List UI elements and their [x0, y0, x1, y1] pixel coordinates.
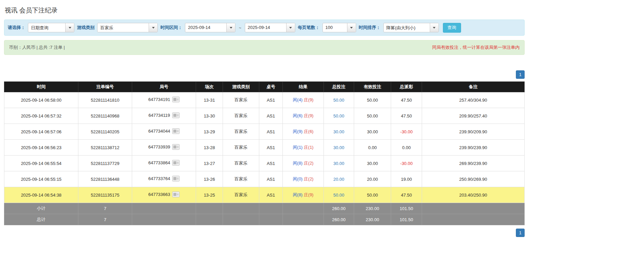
date-from-select[interactable]: 2025-09-14	[185, 23, 235, 32]
result-banker: 庄(1)	[304, 145, 313, 150]
round-video-icon[interactable]	[172, 112, 180, 119]
page-title: 视讯 会员下注纪录	[5, 6, 525, 15]
total-bet-link[interactable]: 30.00	[333, 129, 344, 134]
search-button[interactable]: 查询	[443, 23, 461, 33]
round-id: 647733764	[148, 176, 170, 181]
chevron-down-button[interactable]	[347, 23, 356, 32]
page-size-select[interactable]: 100	[323, 23, 356, 32]
cell-valid-bet: 30.00	[354, 124, 391, 140]
table-row: 2025-09-14 06:56:23 522811138712 6477339…	[4, 140, 525, 156]
cell-table: AS1	[259, 92, 283, 108]
pagination-top: 1	[4, 70, 525, 79]
round-id: 647733864	[148, 160, 170, 165]
currency-summary-text: 币别：人民币 | 总共 :7 注单 |	[9, 44, 65, 50]
cell-round: 647734044	[132, 124, 196, 140]
result-player: 闲(9)	[293, 129, 303, 134]
cell-game: 百家乐	[223, 187, 259, 203]
result-banker: 庄(9)	[304, 113, 313, 118]
chevron-down-button[interactable]	[286, 23, 295, 32]
cell-round: 647734119	[132, 108, 196, 124]
header-valid-bet: 有效投注	[354, 82, 391, 92]
page-1-button[interactable]: 1	[516, 229, 525, 237]
cell-bet-id: 522811140205	[78, 124, 132, 140]
header-round: 局号	[132, 82, 196, 92]
subtotal-label: 小计	[4, 203, 78, 214]
round-id: 647734119	[148, 113, 170, 118]
sort-order-select[interactable]: 降冪(由大到小)	[383, 23, 439, 32]
cell-valid-bet: 30.00	[354, 156, 391, 171]
round-video-icon[interactable]	[172, 144, 180, 151]
date-to-select[interactable]: 2025-09-14	[245, 23, 295, 32]
table-row: 2025-09-14 06:55:54 522811137729 6477338…	[4, 156, 525, 171]
result-player: 闲(1)	[293, 145, 303, 150]
result-banker: 庄(2)	[304, 176, 313, 181]
subtotal-total-bet: 260.00	[324, 203, 354, 214]
page-size-value: 100	[323, 23, 347, 32]
table-row: 2025-09-14 06:58:00 522811141810 6477341…	[4, 92, 525, 108]
result-player: 闲(6)	[293, 113, 303, 118]
chevron-down-button[interactable]	[149, 23, 157, 32]
result-banker: 庄(9)	[304, 97, 313, 102]
result-banker: 庄(9)	[304, 192, 313, 197]
cell-payout: 0.00	[391, 140, 422, 156]
chevron-down-button[interactable]	[430, 23, 439, 32]
chevron-down-button[interactable]	[226, 23, 235, 32]
total-bet-link[interactable]: 50.00	[333, 98, 344, 103]
total-bet-link[interactable]: 30.00	[333, 145, 344, 150]
subtotal-payout: 101.50	[391, 203, 422, 214]
page-1-button[interactable]: 1	[516, 70, 525, 79]
table-row-highlighted: 2025-09-14 06:54:38 522811135175 6477336…	[4, 187, 525, 203]
cell-total-bet: 50.00	[324, 92, 354, 108]
cell-time: 2025-09-14 06:56:23	[4, 140, 78, 156]
total-bet-link[interactable]: 20.00	[333, 177, 344, 182]
cell-round: 647733939	[132, 140, 196, 156]
cell-session: 13-30	[196, 108, 223, 124]
cell-note: 239.90/209.90	[422, 124, 525, 140]
pagination-bottom: 1	[4, 229, 525, 244]
total-bet-link[interactable]: 50.00	[333, 113, 344, 118]
round-video-icon[interactable]	[172, 176, 180, 182]
round-id: 647734191	[148, 97, 170, 102]
cell-payout: 47.50	[391, 187, 422, 203]
valid-bet-notice-text: 同局有效投注，统一计算在该局第一张注单内	[432, 44, 520, 50]
sort-order-label: 时间排序：	[359, 25, 381, 31]
result-player: 闲(8)	[293, 192, 303, 197]
cell-bet-id: 522811137729	[78, 156, 132, 171]
date-from-value: 2025-09-14	[185, 23, 226, 32]
total-bet-link[interactable]: 50.00	[333, 193, 344, 198]
total-count: 7	[78, 214, 132, 225]
game-type-label: 游戏类别	[77, 25, 94, 31]
cell-payout: 47.50	[391, 92, 422, 108]
cell-round: 647733663	[132, 187, 196, 203]
subtotal-count: 7	[78, 203, 132, 214]
query-type-select[interactable]: 日期查询	[28, 23, 74, 32]
round-video-icon[interactable]	[172, 128, 180, 135]
chevron-down-icon	[69, 27, 71, 29]
chevron-down-button[interactable]	[65, 23, 74, 32]
page-size-label: 每页笔数：	[298, 25, 320, 31]
total-payout: 101.50	[391, 214, 422, 225]
game-type-select[interactable]: 百家乐	[97, 23, 158, 32]
cell-total-bet: 30.00	[324, 140, 354, 156]
header-total-bet: 总投注	[324, 82, 354, 92]
table-row: 2025-09-14 06:55:15 522811136448 6477337…	[4, 171, 525, 187]
cell-valid-bet: 50.00	[354, 187, 391, 203]
cell-note: 203.40/250.90	[422, 187, 525, 203]
total-bet-link[interactable]: 30.00	[333, 161, 344, 166]
round-video-icon[interactable]	[172, 160, 180, 167]
total-label: 总计	[4, 214, 78, 225]
round-id: 647734044	[148, 129, 170, 134]
round-id: 647733939	[148, 144, 170, 149]
round-video-icon[interactable]	[172, 97, 180, 103]
cell-valid-bet: 0.00	[354, 140, 391, 156]
cell-time: 2025-09-14 06:55:15	[4, 171, 78, 187]
total-total-bet: 260.00	[324, 214, 354, 225]
cell-session: 13-25	[196, 187, 223, 203]
round-video-icon[interactable]	[172, 192, 180, 198]
cell-session: 13-26	[196, 171, 223, 187]
cell-result: 闲(1) 庄(1)	[283, 140, 324, 156]
filter-bar: 请选择： 日期查询 游戏类别 百家乐 时间区间： 2025-09-14 ~ 20…	[4, 20, 525, 36]
cell-bet-id: 522811136448	[78, 171, 132, 187]
cell-bet-id: 522811135175	[78, 187, 132, 203]
sort-order-value: 降冪(由大到小)	[384, 23, 430, 32]
